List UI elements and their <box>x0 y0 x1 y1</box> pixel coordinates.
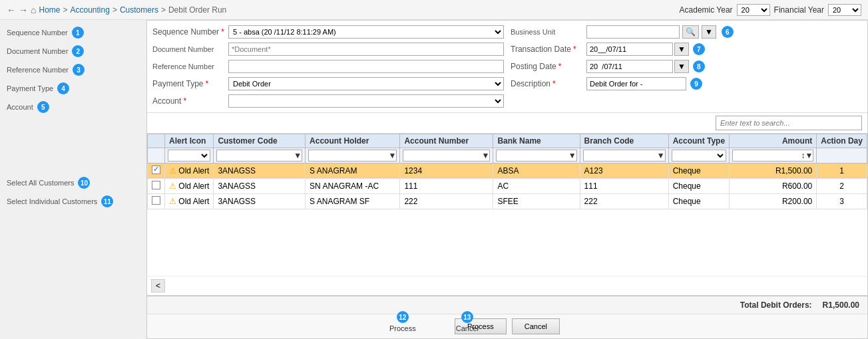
home-icon[interactable]: ⌂ <box>31 5 36 15</box>
business-unit-input[interactable] <box>586 25 680 39</box>
col-checkbox <box>148 134 165 148</box>
account-select[interactable] <box>228 94 504 108</box>
row-account-holder: SN ANAGRAM -AC <box>306 179 400 194</box>
row-action-day: 3 <box>817 194 867 209</box>
business-unit-lookup-btn[interactable]: 🔍 <box>682 25 699 39</box>
cancel-button[interactable]: Cancel <box>512 318 560 334</box>
table-wrapper: Alert Icon Customer Code Account Holder … <box>147 134 867 276</box>
filter-amount-input[interactable] <box>733 152 801 160</box>
label-select-individual-customers: Select Individual Customers 11 <box>7 194 140 209</box>
row-checkbox[interactable] <box>152 196 160 205</box>
alert-icon: ⚠ <box>169 197 176 206</box>
col-bank-name: Bank Name <box>493 134 580 148</box>
reference-number-row: Reference Number <box>152 59 504 74</box>
sequence-number-select[interactable]: 5 - absa (20 /11/12 8:11:29 AM) <box>228 25 504 39</box>
row-account-type: Cheque <box>668 179 729 194</box>
scroll-left-button[interactable]: < <box>151 279 165 292</box>
financial-year-select[interactable]: 20 <box>828 4 861 16</box>
description-input[interactable] <box>586 77 686 90</box>
total-value: R1,500.00 <box>823 300 859 310</box>
reference-number-input[interactable] <box>228 60 504 73</box>
breadcrumb-accounting[interactable]: Accounting <box>71 5 110 15</box>
payment-type-row: Payment Type * Debit Order <box>152 76 504 91</box>
top-right-bar: Academic Year 20 Financial Year 20 <box>673 0 868 20</box>
row-action-day: 1 <box>817 164 867 179</box>
posting-date-input[interactable] <box>586 60 673 73</box>
row-checkbox[interactable] <box>152 181 160 189</box>
business-unit-dropdown-btn[interactable]: ▼ <box>702 25 716 39</box>
row-amount: R1,500.00 <box>730 164 817 179</box>
filter-alert <box>165 148 214 164</box>
filter-account-number-input[interactable] <box>403 152 481 160</box>
total-label: Total Debit Orders: <box>740 300 812 310</box>
filter-branch-code-input[interactable] <box>584 152 657 160</box>
col-branch-code: Branch Code <box>580 134 668 148</box>
academic-year-label: Academic Year <box>680 5 733 15</box>
col-action-day: Action Day <box>817 134 867 148</box>
breadcrumb-current: Debit Order Run <box>168 5 226 15</box>
label-reference-number: Reference Number 3 <box>7 62 140 77</box>
row-bank-name: SFEE <box>493 194 580 209</box>
row-checkbox[interactable] <box>152 166 160 174</box>
row-alert: ⚠ Old Alert <box>165 194 214 209</box>
filter-action-day <box>817 148 867 164</box>
col-amount: Amount <box>730 134 817 148</box>
forward-arrow-icon[interactable]: → <box>19 5 28 15</box>
back-arrow-icon[interactable]: ← <box>7 5 16 15</box>
table-body: ⚠ Old Alert 3ANAGSS S ANAGRAM 1234 ABSA … <box>148 164 867 209</box>
row-account-holder: S ANAGRAM SF <box>306 194 400 209</box>
row-alert: ⚠ Old Alert <box>165 179 214 194</box>
action-buttons: Process Cancel <box>147 314 867 338</box>
table-row: ⚠ Old Alert 3ANAGSS S ANAGRAM SF 222 SFE… <box>148 194 867 209</box>
row-account-type: Cheque <box>668 194 729 209</box>
filter-alert-select[interactable] <box>168 150 210 162</box>
row-bank-name: AC <box>493 179 580 194</box>
filter-customer-code: ▼ <box>214 148 306 164</box>
breadcrumb-home[interactable]: Home <box>39 5 60 15</box>
filter-account-type-select[interactable] <box>672 150 726 162</box>
col-customer-code: Customer Code <box>214 134 306 148</box>
row-account-type: Cheque <box>668 164 729 179</box>
transaction-date-input[interactable] <box>586 43 673 56</box>
search-input[interactable] <box>716 116 862 130</box>
alert-text: Old Alert <box>178 181 209 191</box>
filter-branch-code: ▼ <box>580 148 668 164</box>
row-checkbox-cell[interactable] <box>148 164 165 179</box>
description-row: Description * 9 <box>511 76 862 91</box>
table-header-row: Alert Icon Customer Code Account Holder … <box>148 134 867 148</box>
posting-date-row: Posting Date * ▼ 8 <box>511 59 862 74</box>
transaction-date-picker-btn[interactable]: ▼ <box>674 43 689 56</box>
breadcrumb-customers[interactable]: Customers <box>120 5 158 15</box>
row-checkbox-cell[interactable] <box>148 179 165 194</box>
row-account-number: 1234 <box>400 164 493 179</box>
breadcrumb-sep3: > <box>161 5 166 15</box>
label-document-number: Document Number 2 <box>7 44 140 58</box>
financial-year-label: Financial Year <box>774 5 824 15</box>
payment-type-select[interactable]: Debit Order <box>228 77 504 90</box>
filter-checkbox <box>148 148 165 164</box>
col-alert-icon: Alert Icon <box>165 134 214 148</box>
label-account: Account 5 <box>7 100 140 114</box>
left-labels-panel: Sequence Number 1 Document Number 2 Refe… <box>0 20 146 339</box>
document-number-input[interactable] <box>228 43 504 56</box>
breadcrumb-sep2: > <box>112 5 117 15</box>
row-checkbox-cell[interactable] <box>148 194 165 209</box>
row-amount: R600.00 <box>730 179 817 194</box>
process-button[interactable]: Process <box>455 318 507 334</box>
search-bar <box>147 113 867 134</box>
academic-year-select[interactable]: 20 <box>737 4 770 16</box>
row-customer-code: 3ANAGSS <box>214 179 306 194</box>
form-panel: Sequence Number * 5 - absa (20 /11/12 8:… <box>146 20 868 339</box>
row-account-number: 222 <box>400 194 493 209</box>
col-account-number: Account Number <box>400 134 493 148</box>
table-filter-row: ▼ ▼ ▼ ▼ ▼ <box>148 148 867 164</box>
posting-date-picker-btn[interactable]: ▼ <box>674 60 689 73</box>
row-account-holder: S ANAGRAM <box>306 164 400 179</box>
row-alert: ⚠ Old Alert <box>165 164 214 179</box>
filter-customer-code-input[interactable] <box>217 152 294 160</box>
filter-bank-name-input[interactable] <box>497 152 568 160</box>
table-row: ⚠ Old Alert 3ANAGSS S ANAGRAM 1234 ABSA … <box>148 164 867 179</box>
filter-account-holder-input[interactable] <box>309 152 388 160</box>
row-customer-code: 3ANAGSS <box>214 194 306 209</box>
total-row: Total Debit Orders: R1,500.00 <box>147 295 867 314</box>
